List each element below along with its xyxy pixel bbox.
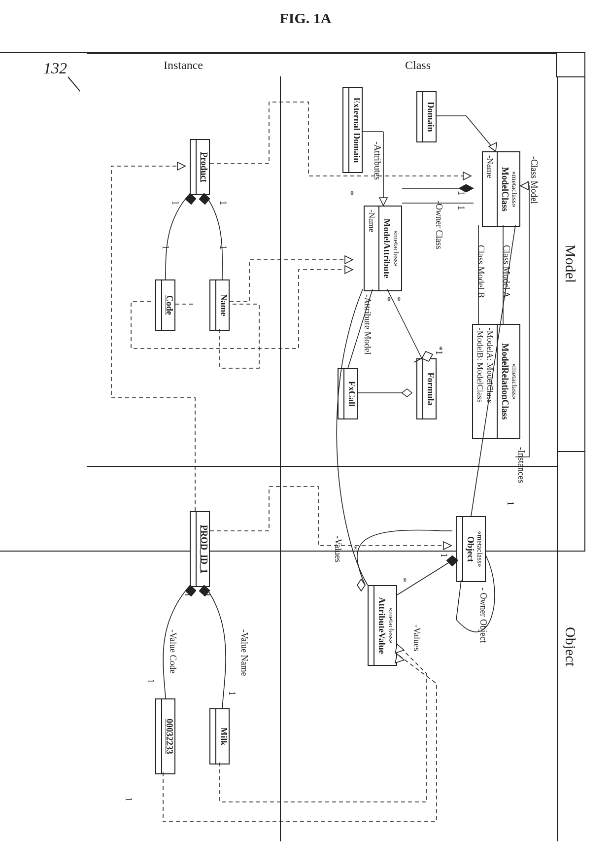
lbl-classmodela: Class Model A (501, 245, 511, 298)
svg-marker-27 (345, 256, 353, 264)
m-one10: 1 (182, 592, 193, 597)
m-one6: 1 (160, 245, 170, 249)
m-one5: 1 (218, 245, 228, 249)
m-one7: 1 (218, 201, 228, 205)
m-one3: 1 (456, 206, 466, 210)
svg-marker-5 (489, 142, 497, 151)
svg-marker-29 (443, 542, 451, 550)
lbl-attrmodel: -Attribute Model (362, 294, 373, 354)
col-object: Object (557, 451, 584, 841)
m-star2: * (345, 191, 355, 195)
lbl-values: -Values (411, 625, 422, 651)
m-star3: * (392, 297, 402, 301)
m-one8: 1 (170, 201, 180, 205)
lbl-classmodel: -Class Model (529, 156, 539, 204)
lbl-ownerobject: - Owner Object (478, 588, 488, 643)
svg-marker-32 (177, 162, 185, 170)
class-attributevalue: «metaclass» AttributeValue (368, 585, 397, 666)
class-externaldomain: External Domain (342, 87, 363, 173)
lbl-values2: -Values (333, 536, 343, 562)
m-star6: * (348, 546, 359, 550)
lbl-instances: -Instances (516, 447, 526, 483)
m-one4: 1 (439, 553, 449, 557)
col-model: Model (557, 76, 584, 451)
instance-code: Code (155, 279, 175, 331)
class-formula: Formula (416, 358, 437, 419)
class-domain: Domain (416, 91, 437, 142)
instance-prodid: PROD_ID_1 (190, 511, 210, 587)
m-one11: 1 (227, 691, 237, 695)
svg-marker-8 (379, 198, 387, 206)
instance-product: Product (190, 139, 210, 195)
m-star4: * (382, 297, 392, 301)
class-modelattribute: «metaclass» ModelAttribute -Name (364, 206, 402, 291)
svg-marker-17 (402, 389, 412, 397)
m-one12: 1 (145, 679, 156, 683)
m-one13: 1 (123, 797, 134, 801)
m-star5: * (398, 578, 408, 582)
class-modelclass: «metaclass» ModelClass -Name (482, 151, 520, 227)
class-modelrelationclass: «metaclass» ModelRelationClass -ModelA: … (472, 324, 520, 439)
instance-milk: Milk (209, 708, 230, 764)
diagram-frame: Model Object Class Instance «metaclass» … (0, 52, 585, 552)
m-one: 1 (505, 501, 515, 506)
svg-marker-26 (463, 172, 471, 180)
svg-marker-28 (345, 266, 353, 274)
lbl-valuecode: -Value Code (168, 629, 178, 673)
lbl-attributes: -Attributes (372, 141, 382, 180)
svg-line-4 (466, 116, 496, 151)
row-class: Class (280, 53, 557, 76)
m-starone: *1 (434, 346, 444, 355)
lbl-valuename: -Value Name (239, 629, 249, 676)
instance-name: Name (209, 279, 230, 331)
m-star: * (521, 181, 531, 185)
m-one2: 1 (456, 191, 466, 195)
lbl-classmodelb: Class Model B (475, 245, 486, 298)
figure-title: FIG. 1A (0, 10, 611, 27)
row-instance: Instance (87, 53, 280, 76)
class-fxcall: FxCall (338, 368, 358, 419)
class-object: «metaclass» Object (456, 516, 486, 582)
m-one9: 1 (202, 592, 212, 597)
svg-marker-20 (357, 579, 365, 591)
instance-code-val: 00032233 (155, 698, 175, 774)
lbl-ownerclass: -Owner Class (434, 201, 444, 249)
